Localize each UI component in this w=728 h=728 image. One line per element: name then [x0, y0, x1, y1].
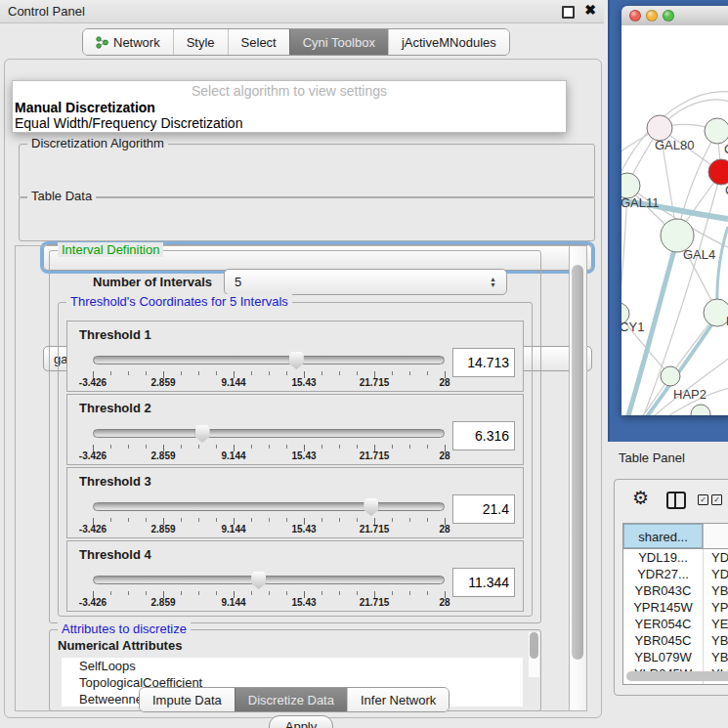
slider-track[interactable]	[93, 502, 445, 511]
tab-jactivemnodules[interactable]: jActiveMNodules	[388, 29, 509, 55]
slider-tick	[409, 371, 410, 375]
slider-thumb[interactable]	[195, 425, 210, 443]
cell-shared-name[interactable]: YIL052C	[623, 682, 703, 685]
zoom-light-icon[interactable]	[663, 10, 674, 21]
tab-style[interactable]: Style	[173, 29, 228, 55]
network-node-c[interactable]	[708, 159, 728, 185]
cell-name[interactable]: YIL0	[703, 682, 728, 685]
interval-definition-group: Interval Definition Number of Intervals …	[49, 250, 541, 623]
slider-tick	[181, 371, 182, 375]
table-row[interactable]: YBL079WYBL0	[623, 649, 728, 665]
slider-thumb[interactable]	[364, 498, 378, 516]
slider-tick	[392, 591, 393, 595]
table-row[interactable]: YDL19...YDL1	[623, 549, 728, 566]
algorithm-option-manual-discretization[interactable]: Manual Discretization	[13, 100, 566, 115]
network-window-titlebar[interactable]	[621, 6, 728, 26]
threshold-slider[interactable]: -3.4262.8599.14415.4321.71528	[93, 351, 445, 388]
cell-name[interactable]: YBR0	[703, 632, 728, 649]
scrollbar-thumb[interactable]	[572, 265, 583, 660]
table-row[interactable]: YBR045CYBR0	[623, 632, 728, 649]
slider-tick	[321, 518, 322, 522]
checkbox-icon[interactable]: ✓	[711, 494, 722, 505]
column-header-1[interactable]: shared...	[623, 524, 703, 548]
checkbox-icon[interactable]: ✓	[698, 494, 708, 505]
slider-tick-label: 2.859	[150, 377, 175, 388]
horizontal-scrollbar[interactable]	[626, 671, 728, 681]
threshold-value-field[interactable]	[452, 568, 515, 597]
slider-track[interactable]	[93, 429, 445, 438]
close-icon[interactable]: ✖	[584, 2, 596, 18]
algorithm-option-equal-width-frequency-discretization[interactable]: Equal Width/Frequency Discretization	[13, 115, 566, 131]
slider-tick	[146, 371, 147, 375]
close-light-icon[interactable]	[629, 10, 641, 21]
table-row[interactable]: YBR043CYBR0	[623, 582, 728, 599]
slider-tick-label: 21.715	[360, 450, 390, 461]
table-row[interactable]: YIL052CYIL0	[623, 682, 728, 685]
minimize-light-icon[interactable]	[646, 10, 658, 21]
bottom-tab-bar: Impute DataDiscretize DataInfer Network	[139, 687, 450, 712]
cell-shared-name[interactable]: YBR045C	[623, 632, 703, 649]
cell-shared-name[interactable]: YER054C	[623, 616, 703, 632]
cell-shared-name[interactable]: YPR145W	[623, 599, 703, 616]
cell-name[interactable]: YDL1	[703, 549, 728, 566]
table-row[interactable]: YER054CYER0	[623, 616, 728, 632]
threshold-slider[interactable]: -3.4262.8599.14415.4321.71528	[93, 424, 445, 461]
settings-scroll-pane: Interval Definition Number of Intervals …	[15, 245, 587, 711]
network-canvas[interactable]: GAL80GCGAL11GAL4GCY1HHAP2	[621, 25, 728, 415]
slider-tick-label: 9.144	[221, 524, 245, 535]
apply-button[interactable]: Apply	[269, 715, 333, 728]
float-window-icon[interactable]	[562, 6, 575, 19]
column-header-2[interactable]: na	[703, 524, 728, 548]
cell-name[interactable]: YER0	[703, 616, 728, 632]
slider-tick	[339, 371, 340, 375]
cell-name[interactable]: YPR1	[703, 599, 728, 616]
tab-impute-data[interactable]: Impute Data	[140, 688, 235, 711]
number-of-intervals-combobox[interactable]: 5 ▲▼	[224, 269, 507, 295]
cell-shared-name[interactable]: YDR27...	[623, 566, 703, 582]
threshold-value-field[interactable]	[452, 494, 515, 524]
cell-shared-name[interactable]: YDL19...	[623, 549, 703, 566]
split-columns-icon[interactable]	[666, 492, 686, 509]
cell-name[interactable]: YBR0	[703, 582, 728, 599]
cell-shared-name[interactable]: YBL079W	[623, 649, 703, 665]
slider-tick	[251, 371, 252, 375]
table-row[interactable]: YPR145WYPR1	[623, 599, 728, 616]
vertical-scrollbar[interactable]	[569, 246, 586, 710]
threshold-slider[interactable]: -3.4262.8599.14415.4321.71528	[93, 571, 445, 608]
network-node-hap2[interactable]	[661, 366, 680, 386]
node-label: GCY1	[621, 320, 644, 334]
slider-tick	[269, 518, 270, 522]
tab-infer-network[interactable]: Infer Network	[347, 688, 449, 711]
slider-tick-label: -3.426	[79, 450, 107, 461]
tab-cyni-toolbox[interactable]: Cyni Toolbox	[289, 29, 388, 55]
slider-thumb[interactable]	[289, 352, 304, 369]
tab-network[interactable]: Network	[83, 29, 173, 55]
network-node-g[interactable]	[705, 118, 728, 144]
slider-tick-label: 28	[439, 597, 450, 608]
network-edge[interactable]	[717, 227, 728, 311]
slider-thumb[interactable]	[251, 572, 266, 589]
attributes-list-scrollbar[interactable]	[529, 632, 539, 677]
node-label: GAL4	[683, 247, 715, 262]
scrollbar-thumb[interactable]	[530, 632, 538, 659]
table-row[interactable]: YDR27...YDR2	[623, 566, 728, 582]
threshold-value-field[interactable]	[452, 421, 515, 450]
network-node-h[interactable]	[704, 299, 728, 326]
tab-discretize-data[interactable]: Discretize Data	[235, 688, 347, 711]
threshold-slider[interactable]: -3.4262.8599.14415.4321.71528	[93, 497, 445, 535]
cell-shared-name[interactable]: YBR043C	[623, 582, 703, 599]
threshold-label: Threshold 3	[79, 474, 151, 489]
threshold-value-field[interactable]	[452, 348, 515, 377]
tab-select[interactable]: Select	[228, 29, 289, 55]
cell-name[interactable]: YBL0	[703, 649, 728, 665]
attribute-item[interactable]: SelfLoops	[62, 658, 523, 674]
slider-track[interactable]	[93, 576, 445, 584]
tab-label: Network	[113, 35, 160, 50]
cell-name[interactable]: YDR2	[703, 566, 728, 582]
slider-track[interactable]	[93, 356, 445, 364]
slider-tick-label: 28	[439, 524, 450, 535]
algorithm-hint-item[interactable]: Select algorithm to view settings	[13, 81, 566, 100]
gear-icon[interactable]: ⚙	[632, 487, 649, 509]
slider-tick	[181, 518, 182, 522]
network-node[interactable]	[691, 405, 710, 415]
